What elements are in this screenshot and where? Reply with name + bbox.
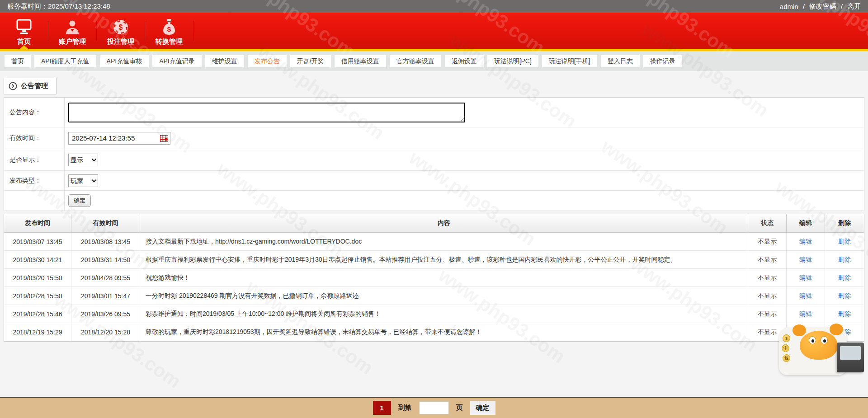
tab-rules-mobile[interactable]: 玩法说明[手机] [542,55,597,67]
table-header-row: 发布时间 有效时间 内容 状态 编辑 删除 [4,214,864,233]
cell-valid-time: 2019/03/08 13:45 [71,233,140,250]
status-badge: 不显示 [748,305,787,323]
cell-publish-time: 2018/12/19 15:29 [4,323,71,341]
table-row: 2019/03/20 15:50 2019/04/28 09:55 祝您游戏愉快… [4,269,864,287]
server-time-value: 2025/07/13 12:23:48 [48,2,110,10]
logout-link[interactable]: 离开 [847,2,861,11]
edit-link[interactable]: 编辑 [799,328,812,336]
status-badge: 不显示 [748,323,787,341]
tab-maintenance-settings[interactable]: 维护设置 [205,55,244,67]
cell-publish-time: 2019/03/20 15:50 [4,269,71,286]
calendar-icon[interactable] [160,135,168,142]
tab-api-manual-recharge[interactable]: API额度人工充值 [34,55,96,67]
goto-page-confirm-button[interactable]: 确定 [470,401,495,415]
change-password-link[interactable]: 修改密碼 [809,2,836,11]
submit-button[interactable]: 确定 [68,194,91,207]
user-icon [64,17,80,38]
delete-link[interactable]: 删除 [838,310,851,318]
nav-divider [193,21,193,41]
edit-link[interactable]: 编辑 [799,310,812,318]
current-page-button[interactable]: 1 [373,401,391,415]
display-label: 是否显示： [4,149,65,170]
server-time-label: 服务器时间： [7,2,48,10]
status-badge: 不显示 [748,251,787,268]
header-valid-time: 有效时间 [71,214,140,232]
edit-link[interactable]: 编辑 [799,256,812,264]
header-content: 内容 [140,214,748,232]
cell-content: 彩票维护通知：时间2019/03/05 上午10:00~12:00 维护期间将关… [140,305,748,323]
delete-link[interactable]: 删除 [838,328,851,336]
page-unit-label: 页 [456,404,463,412]
svg-text:$: $ [119,23,123,31]
delete-link[interactable]: 删除 [838,274,851,282]
tab-rebate-settings[interactable]: 返佣设置 [445,55,484,67]
svg-text:$: $ [167,25,171,33]
cell-content: 一分时时彩 20190228469 期官方没有开奖数据，已撤销订单，余额原路返还 [140,287,748,305]
edit-link[interactable]: 编辑 [799,274,812,282]
chip-dollar-icon: $ [112,17,129,38]
tab-api-recharge-records[interactable]: API充值记录 [152,55,202,67]
content-label: 公告内容： [4,98,65,127]
separator: / [803,3,805,10]
monitor-icon [15,17,33,38]
goto-page-input[interactable] [419,401,449,414]
cell-content: 接入文档最新下载地址，http://dns1.cz-gaming.com/wor… [140,233,748,250]
table-row: 2019/02/28 15:50 2019/03/01 15:47 一分时时彩 … [4,287,864,305]
cell-valid-time: 2018/12/20 15:28 [71,323,140,341]
circle-arrow-icon [9,82,17,90]
nav-item-label: 投注管理 [107,38,134,46]
edit-link[interactable]: 编辑 [799,238,812,246]
tab-home[interactable]: 首页 [5,55,31,67]
nav-item-label: 转换管理 [156,38,183,46]
status-badge: 不显示 [748,233,787,250]
tab-login-log[interactable]: 登入日志 [601,55,640,67]
table-row: 2019/02/28 15:46 2019/03/26 09:55 彩票维护通知… [4,305,864,323]
tab-rules-pc[interactable]: 玩法说明[PC] [487,55,538,67]
tab-official-odds-settings[interactable]: 官方赔率设置 [390,55,441,67]
delete-link[interactable]: 删除 [838,238,851,246]
tab-bar: 首页 API额度人工充值 API充值审核 API充值记录 维护设置 发布公告 开… [0,51,868,71]
tab-api-recharge-audit[interactable]: API充值审核 [100,55,149,67]
section-header-announcement-management: 公告管理 [4,78,57,94]
display-select[interactable]: 显示 [68,154,98,166]
header-publish-time: 发布时间 [4,214,71,232]
cell-publish-time: 2019/03/30 14:21 [4,251,71,268]
header-status: 状态 [748,214,787,232]
main-nav: 首页 账户管理 $ 投注管理 $ 转换管理 [0,13,868,49]
delete-link[interactable]: 删除 [838,256,851,264]
nav-item-accounts[interactable]: 账户管理 [48,13,96,49]
tab-publish-announcement[interactable]: 发布公告 [248,55,287,67]
cell-publish-time: 2019/02/28 15:50 [4,287,71,305]
nav-item-betting[interactable]: $ 投注管理 [97,13,145,49]
announcement-form: 公告内容： 有效时间： 是否显示： 显示 发布类型： 玩家 [4,97,864,211]
tab-credit-odds-settings[interactable]: 信用赔率设置 [335,55,386,67]
top-status-bar: 服务器时间：2025/07/13 12:23:48 admin / 修改密碼 /… [0,0,868,13]
valid-time-input[interactable] [68,132,170,145]
goto-page-label: 到第 [398,404,412,412]
header-delete: 删除 [825,214,864,232]
server-time: 服务器时间：2025/07/13 12:23:48 [7,2,110,11]
cell-publish-time: 2019/03/07 13:45 [4,233,71,250]
publish-type-select[interactable]: 玩家 [68,174,98,187]
delete-link[interactable]: 删除 [838,292,851,300]
cell-valid-time: 2019/04/28 09:55 [71,269,140,286]
tab-open-draw[interactable]: 开盘/开奖 [290,55,331,67]
section-title: 公告管理 [21,82,48,90]
announcement-content-textarea[interactable] [68,103,465,122]
active-nav-arrow [20,45,28,49]
table-row: 2018/12/19 15:29 2018/12/20 15:28 尊敬的玩家，… [4,323,864,341]
moneybag-icon: $ [161,17,177,38]
cell-content: 尊敬的玩家，重庆时时彩20181219053期，因开奖延迟导致结算错误，未结算交… [140,323,748,341]
publish-type-label: 发布类型： [4,171,65,190]
nav-item-transfer[interactable]: $ 转换管理 [145,13,193,49]
cell-content: 根据重庆市福利彩票发行中心安排，重庆时时彩于2019年3月30日零点起停止销售。… [140,251,748,268]
nav-item-home[interactable]: 首页 [0,13,48,49]
cell-content: 祝您游戏愉快！ [140,269,748,286]
edit-link[interactable]: 编辑 [799,292,812,300]
valid-time-label: 有效时间： [4,127,65,149]
cell-valid-time: 2019/03/31 14:50 [71,251,140,268]
header-edit: 编辑 [787,214,825,232]
tab-operation-log[interactable]: 操作记录 [643,55,682,67]
separator: / [841,3,843,10]
nav-item-label: 账户管理 [59,38,86,46]
